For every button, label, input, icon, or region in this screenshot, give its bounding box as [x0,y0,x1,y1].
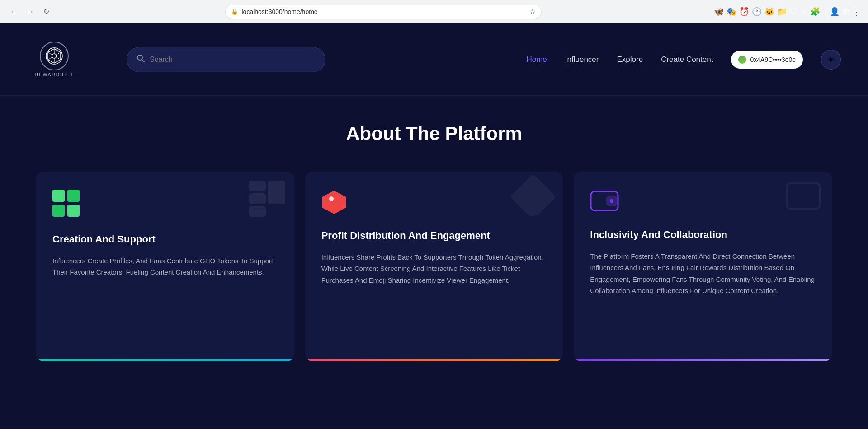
nav-influencer[interactable]: Influencer [565,55,599,64]
card-2-title: Profit Distribution And Engagement [321,229,547,242]
search-bar[interactable] [127,47,326,72]
svg-line-7 [57,52,61,55]
card-3-title: Inclusivity And Collaboration [590,228,816,242]
ext-icon-2[interactable]: 🎭 [726,7,736,17]
divider [825,6,825,17]
logo-area: REWARDRIFT [27,42,81,77]
svg-line-8 [48,57,52,60]
theme-toggle-button[interactable]: ☀ [821,50,841,70]
wallet-dot-icon [738,56,746,64]
svg-point-18 [610,199,613,203]
card-1-bottom-bar [36,359,294,361]
wallet-address: 0x4A9C••••3e0e [750,56,796,63]
watermark-grid-icon [249,181,285,217]
card-3-icon [590,190,816,214]
profile-icon[interactable]: 👤 [830,7,840,17]
reload-button[interactable]: ↻ [40,5,52,18]
wallet-button[interactable]: 0x4A9C••••3e0e [731,51,803,69]
svg-rect-13 [52,205,65,217]
card-creation-support: Creation And Support Influencers Create … [36,172,294,361]
nav-explore[interactable]: Explore [617,55,643,64]
ext-icon-9[interactable]: 🧩 [810,7,820,17]
browser-nav-buttons: ← → ↻ [7,5,52,18]
logo-icon [40,42,69,70]
svg-point-15 [329,196,334,201]
forward-button[interactable]: → [24,5,36,18]
svg-rect-14 [67,205,80,217]
svg-rect-12 [67,190,80,202]
card-profit-distribution: Profit Distribution And Engagement Influ… [305,172,563,361]
nav-home[interactable]: Home [526,55,547,64]
ext-icon-5[interactable]: 🐱 [764,7,774,17]
card-2-icon [321,190,347,215]
svg-rect-11 [52,190,65,202]
ext-icon-1[interactable]: 🦋 [714,7,724,17]
card-inclusivity-collaboration: Inclusivity And Collaboration The Platfo… [574,172,832,361]
svg-line-6 [57,57,61,60]
cards-grid: Creation And Support Influencers Create … [36,172,832,361]
sun-icon: ☀ [827,55,835,65]
svg-line-5 [48,52,52,55]
app-header: REWARDRIFT Home Influencer Explore Creat… [0,23,868,96]
menu-button[interactable]: ⋮ [852,6,861,17]
sidebar-icon[interactable]: ⊞ [842,7,849,17]
browser-chrome: ← → ↻ 🔒 localhost:3000/home/home ☆ 🦋 🎭 ⏰… [0,0,868,23]
search-input[interactable] [150,56,316,64]
nav-create-content[interactable]: Create Content [661,55,713,64]
card-1-description: Influencers Create Profiles, And Fans Co… [52,255,278,278]
logo-text: REWARDRIFT [35,72,74,77]
ext-icon-7[interactable]: 🛡 [790,7,798,16]
main-content: About The Platform Creation And Suppo [0,96,868,429]
ext-icon-4[interactable]: 🕐 [752,7,762,17]
back-button[interactable]: ← [7,5,20,18]
svg-point-2 [52,54,57,58]
lock-icon: 🔒 [231,8,238,15]
ext-icon-3[interactable]: ⏰ [739,7,749,17]
card-2-bottom-bar [305,359,563,361]
watermark-tag-icon [510,174,556,220]
ext-icon-8[interactable]: ✏ [801,7,807,17]
address-bar[interactable]: 🔒 localhost:3000/home/home ☆ [225,5,542,19]
browser-extensions: 🦋 🎭 ⏰ 🕐 🐱 📁 🛡 ✏ 🧩 👤 ⊞ ⋮ [714,6,861,17]
search-icon [136,54,145,65]
card-3-bottom-bar [574,359,832,361]
svg-line-10 [142,60,144,62]
url-text: localhost:3000/home/home [242,8,318,15]
ext-icon-6[interactable]: 📁 [777,7,787,17]
watermark-wallet-icon [786,182,821,210]
card-1-title: Creation And Support [52,233,278,246]
card-2-description: Influencers Share Profits Back To Suppor… [321,252,547,286]
nav-links: Home Influencer Explore Create Content [526,55,713,64]
card-1-icon [52,190,278,219]
page-title: About The Platform [36,123,832,145]
card-3-description: The Platform Fosters A Transparent And D… [590,251,816,297]
star-icon[interactable]: ☆ [529,7,536,16]
